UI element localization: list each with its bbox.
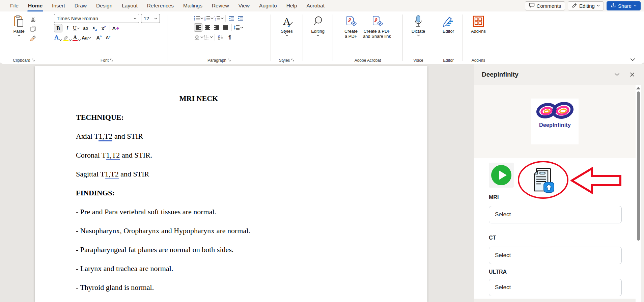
borders-icon xyxy=(204,34,209,40)
shrink-font-button[interactable]: Av xyxy=(104,33,112,42)
chevron-down-icon xyxy=(221,17,224,19)
align-center-button[interactable] xyxy=(203,23,212,32)
cut-button[interactable] xyxy=(29,15,37,23)
tab-mailings[interactable]: Mailings xyxy=(178,0,207,11)
clipboard-group: Paste Clipboard xyxy=(3,13,45,64)
share-button[interactable]: Share xyxy=(607,1,641,10)
copy-button[interactable] xyxy=(29,25,37,33)
tab-references[interactable]: References xyxy=(142,0,178,11)
editing-mode-button[interactable]: Editing xyxy=(568,1,604,10)
styles-button[interactable]: A Styles xyxy=(278,13,295,36)
technique-line: Coronal T1,T2 and STIR. xyxy=(76,151,321,159)
tab-augnito[interactable]: Augnito xyxy=(254,0,282,11)
scroll-up-arrow-icon[interactable] xyxy=(636,87,640,89)
tab-design[interactable]: Design xyxy=(91,0,117,11)
ct-label: CT xyxy=(489,235,622,241)
shading-button[interactable] xyxy=(194,33,203,41)
chevron-down-icon xyxy=(69,39,72,41)
scrollbar-thumb[interactable] xyxy=(637,91,640,241)
close-task-pane-button[interactable] xyxy=(630,72,635,77)
bullets-button[interactable] xyxy=(194,14,203,22)
line-spacing-button[interactable] xyxy=(233,23,243,32)
dialog-launcher-icon[interactable] xyxy=(228,58,231,63)
task-pane-scrollbar[interactable] xyxy=(636,85,641,302)
align-left-button[interactable] xyxy=(194,23,202,32)
document-page[interactable]: MRI NECK TECHNIQUE: Axial T1,T2 and STIR… xyxy=(35,66,427,302)
sort-button[interactable]: AZ xyxy=(217,33,225,41)
multilevel-list-button[interactable]: 1ai xyxy=(214,14,224,22)
tab-insert[interactable]: Insert xyxy=(47,0,70,11)
grammar-marked-text: 1,T2 xyxy=(99,132,112,141)
tab-acrobat[interactable]: Acrobat xyxy=(302,0,329,11)
bold-button[interactable]: B xyxy=(54,24,62,32)
increase-indent-button[interactable] xyxy=(236,14,245,22)
paste-label: Paste xyxy=(13,29,24,34)
share-label: Share xyxy=(618,3,632,9)
italic-button[interactable]: I xyxy=(63,24,72,32)
create-pdf-share-link-button[interactable]: Create a PDFand Share link xyxy=(360,13,394,39)
tab-help[interactable]: Help xyxy=(282,0,302,11)
dialog-launcher-icon[interactable] xyxy=(32,58,35,63)
dialog-launcher-icon[interactable] xyxy=(110,58,113,63)
bullet-list-icon xyxy=(194,16,200,21)
tab-review[interactable]: Review xyxy=(207,0,234,11)
paint-bucket-icon xyxy=(194,34,200,40)
multilevel-list-icon: 1ai xyxy=(214,16,220,21)
task-pane-options-button[interactable] xyxy=(614,73,620,76)
clear-formatting-button[interactable]: A xyxy=(112,24,120,32)
menubar: File Home Insert Draw Design Layout Refe… xyxy=(0,0,644,11)
collapse-ribbon-button[interactable] xyxy=(630,58,635,61)
font-color-button[interactable]: A xyxy=(73,33,81,42)
decrease-indent-button[interactable] xyxy=(227,14,236,22)
chevron-down-icon xyxy=(134,18,137,20)
finding-line: - Thyroid gland is normal. xyxy=(76,283,321,292)
addins-button[interactable]: Add-ins xyxy=(468,13,488,34)
dialog-launcher-icon[interactable] xyxy=(291,58,295,63)
tab-draw[interactable]: Draw xyxy=(70,0,91,11)
pdf-link-icon xyxy=(345,15,357,28)
chevron-down-icon xyxy=(285,34,288,36)
editing-mode-label: Editing xyxy=(579,3,595,9)
task-pane-title: Deepinfinity xyxy=(482,71,614,78)
chevron-down-icon xyxy=(417,34,420,36)
comments-button[interactable]: Comments xyxy=(525,1,565,10)
numbering-button[interactable]: 123 xyxy=(204,14,214,22)
tab-file[interactable]: File xyxy=(5,0,23,11)
text-effects-button[interactable]: A xyxy=(54,33,62,42)
subscript-button[interactable]: x2 xyxy=(90,24,99,32)
doc-title: MRI NECK xyxy=(76,94,321,103)
superscript-button[interactable]: x2 xyxy=(100,24,108,32)
font-name-combobox[interactable]: Times New Roman xyxy=(54,14,139,23)
justify-icon xyxy=(223,25,228,30)
svg-text:3: 3 xyxy=(204,19,205,21)
change-case-button[interactable]: Aa xyxy=(82,33,91,42)
ct-select[interactable]: Select xyxy=(489,247,622,264)
tab-layout[interactable]: Layout xyxy=(117,0,142,11)
upload-document-button[interactable] xyxy=(530,167,556,193)
mri-select[interactable]: Select xyxy=(489,206,622,223)
strikethrough-button[interactable]: ab xyxy=(81,24,90,32)
justify-button[interactable] xyxy=(221,23,230,32)
editor-button[interactable]: Editor xyxy=(440,13,457,34)
text-highlight-button[interactable] xyxy=(63,33,72,42)
tools-section: MRI Select CT Select ULTRA Select xyxy=(474,158,636,299)
tab-view[interactable]: View xyxy=(234,0,254,11)
chevron-down-icon xyxy=(634,5,637,7)
font-size-combobox[interactable]: 12 xyxy=(141,14,160,23)
paste-button[interactable]: Paste xyxy=(10,13,27,42)
dictate-button[interactable]: Dictate xyxy=(409,13,428,36)
ultra-select[interactable]: Select xyxy=(489,279,622,296)
underline-button[interactable]: U xyxy=(72,24,81,32)
grow-font-button[interactable]: A^ xyxy=(95,33,103,42)
run-button[interactable] xyxy=(489,163,514,188)
format-painter-button[interactable] xyxy=(29,34,37,42)
editing-button[interactable]: Editing xyxy=(308,13,327,36)
voice-group-label: Voice xyxy=(413,58,423,63)
tab-home[interactable]: Home xyxy=(23,0,47,11)
borders-button[interactable] xyxy=(204,33,213,41)
show-paragraph-marks-button[interactable]: ¶ xyxy=(226,33,234,41)
infinity-logo-icon xyxy=(534,99,576,123)
align-right-button[interactable] xyxy=(212,23,221,32)
finding-line: - Parapharyngeal fat planes are normal o… xyxy=(76,246,321,254)
create-pdf-button[interactable]: Createa PDF xyxy=(342,13,360,39)
